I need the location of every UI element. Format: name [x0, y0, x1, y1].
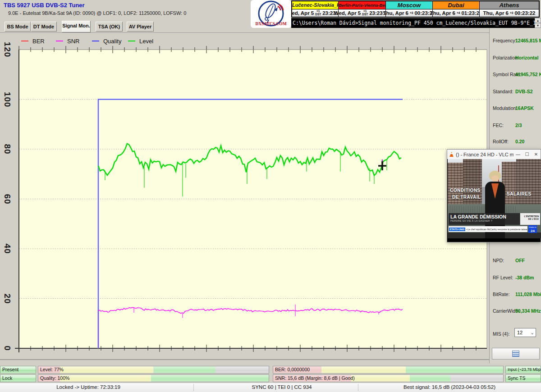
clock-city: Dubai: [433, 1, 479, 9]
panel-row: NPD:OFF: [490, 258, 541, 265]
quality-bar-label: Quality: 100%: [40, 375, 69, 382]
panel-row: RollOff:0.20: [490, 139, 541, 146]
transponder-subtitle: 9.0E - Eutelsat 9B/Ka-Sat 9A (ID: 0090) …: [8, 10, 186, 16]
status-bar: Locked -> Uptime: 72:33:19 SYNC 60 | TEI…: [0, 383, 541, 392]
y-axis-label: 0: [2, 346, 12, 351]
scroll-down-icon[interactable]: ▼: [535, 23, 541, 28]
show-badge: L'ENTRETIEN DE L'ÉCO: [520, 213, 540, 225]
clock-hms: 01:23:22: [461, 10, 482, 16]
signal-chart[interactable]: [0, 34, 489, 361]
world-clocks: Lučenec-Slovakia_R.Dávid Wed, Apr 5 +1DS…: [291, 0, 540, 18]
tab-tsa[interactable]: TSA (OK): [96, 22, 123, 32]
news-ticker: ÉTATS-UNIS • Le chef républicain McCarth…: [449, 226, 527, 232]
best-signal-status: Best signal: 16,5 dB (2023-04-03 05:52): [403, 384, 495, 390]
vlc-window-title: () - France 24 HD - VLC medi...: [456, 152, 513, 157]
clock-berlin: Berlin-Paris-Vienna-Belgrade Wed, Apr 5 …: [339, 1, 386, 17]
clock-city: Berlin-Paris-Vienna-Belgrade: [339, 1, 385, 9]
news-banner: LA GRANDE DÉMISSION PERDRE SA VIE À LA G…: [449, 213, 520, 225]
mis-label: MIS (4):: [493, 331, 509, 337]
divider: [193, 384, 194, 391]
divider: [358, 384, 358, 391]
clock-moscow: Moscow Thu, Apr 6 +3 00:23:22: [386, 1, 433, 17]
clock-date: Thu, Apr 6: [430, 10, 455, 16]
panel-row: Frequency:12465,815 MHz: [490, 38, 541, 45]
ber-bar-label: BER: 0,0000000: [275, 366, 310, 373]
clock-athens: Athens Thu, Apr 6 +3 00:23:22: [480, 1, 539, 17]
vlc-cone-icon: [449, 152, 454, 157]
y-axis-label: 120: [2, 42, 12, 58]
signal-chart-plot[interactable]: [0, 34, 489, 361]
snr-bar: SNR: 15,6 dB (Margin: 8,6 dB | Good): [273, 374, 504, 382]
app-title: TBS 5927 USB DVB-S2 Tuner: [4, 2, 85, 9]
clock-hms: 00:23:22: [514, 10, 535, 16]
ticker-category: ÉTATS-UNIS: [449, 228, 465, 231]
quality-bar: Quality: 100%: [38, 374, 269, 382]
tab-bs-mode[interactable]: BS Mode: [5, 22, 31, 32]
uptime-status: Locked -> Uptime: 72:33:19: [56, 384, 120, 390]
minimize-button[interactable]: —: [513, 152, 523, 157]
tab-divider: [0, 32, 489, 33]
france24-logo: FRANCE 24: [528, 225, 537, 233]
input-rate-indicator: Input (~23,78 Mbps): [505, 366, 541, 374]
panel-row: RF Level:-38 dBm: [490, 275, 541, 282]
mis-dropdown[interactable]: 12 ⌄: [514, 328, 536, 337]
sync-ts-indicator: Sync TS: [505, 374, 541, 382]
panel-row: Polarization:Horizontal: [490, 55, 541, 62]
panel-row: CarrierWidth:50,334 MHz: [490, 308, 541, 315]
y-axis-label: 40: [2, 243, 12, 254]
clock-city: Athens: [480, 1, 539, 9]
scroll-up-icon[interactable]: ▲: [535, 18, 541, 23]
panel-row: Standard:DVB-S2: [490, 89, 541, 96]
command-prompt[interactable]: C:\Users\Roman Dávid>Signal monitoring_P…: [291, 18, 535, 28]
ber-bar: BER: 0,0000000: [273, 366, 504, 374]
command-scrollbar: ▲ ▼: [535, 18, 541, 28]
maximize-button[interactable]: ☐: [523, 152, 532, 157]
caption-salaires: SALAIRES: [507, 191, 532, 196]
signal-monitor-app: TBS 5927 USB DVB-S2 Tuner 9.0E - Eutelsa…: [0, 0, 541, 392]
y-axis-label: 100: [2, 91, 12, 107]
satellite-dish-icon: DXSATCS.COM: [251, 0, 291, 28]
y-axis-label: 60: [2, 194, 12, 204]
stream-list-button[interactable]: [492, 348, 540, 360]
vlc-video-area[interactable]: CONDITIONS DE TRAVAIL SALAIRES LA GRANDE…: [448, 159, 541, 238]
snr-bar-label: SNR: 15,6 dB (Margin: 8,6 dB | Good): [275, 375, 355, 382]
panel-row: Symbol Rate:41945,752 KS/s: [490, 72, 541, 79]
y-axis-label: 20: [2, 293, 12, 304]
clock-city: Moscow: [386, 1, 432, 9]
present-indicator: Present: [0, 366, 36, 374]
tab-signal-mon[interactable]: Signal Mon.: [62, 21, 91, 32]
clock-date: Thu, Apr 6: [483, 10, 509, 16]
panel-row: Modulation:16APSK: [490, 105, 541, 113]
clock-date: Wed, Apr 5: [334, 10, 361, 16]
divider: [0, 359, 541, 360]
vlc-titlebar[interactable]: () - France 24 HD - VLC medi... — ☐ ✕: [447, 150, 541, 159]
caption-travail: DE TRAVAIL: [452, 195, 481, 200]
clock-date: Thu, Apr 6: [383, 10, 408, 16]
title-block: TBS 5927 USB DVB-S2 Tuner 9.0E - Eutelsa…: [0, 0, 251, 20]
close-button[interactable]: ✕: [532, 152, 541, 157]
dxsatcs-logo: DXSATCS.COM: [251, 0, 291, 28]
level-bar-label: Level: 77%: [40, 366, 64, 373]
svg-text:DXSATCS.COM: DXSATCS.COM: [255, 22, 286, 26]
list-icon: [512, 351, 519, 357]
vlc-window[interactable]: () - France 24 HD - VLC medi... — ☐ ✕ CO…: [447, 149, 541, 242]
clock-lucenec: Lučenec-Slovakia_R.Dávid Wed, Apr 5 +1DS…: [292, 1, 339, 17]
y-axis-label: 80: [2, 144, 12, 154]
clock-dubai: Dubai Thu, Apr 6 +4 01:23:22: [433, 1, 480, 17]
sync-tei-cc-status: SYNC 60 | TEI 0 | CC 934: [252, 384, 312, 390]
caption-conditions: CONDITIONS: [450, 188, 481, 193]
chevron-down-icon: ⌄: [531, 329, 534, 337]
panel-row: BitRate:111,028 Mbit/s: [490, 292, 541, 299]
panel-row: FEC:2/3: [490, 123, 541, 130]
clock-city: Lučenec-Slovakia_R.Dávid: [292, 1, 338, 9]
level-bar: Level: 77%: [38, 366, 269, 374]
lock-indicator: Lock: [0, 374, 36, 382]
tab-dt-mode[interactable]: DT Mode: [31, 22, 57, 32]
tab-av-player[interactable]: AV Player: [127, 22, 154, 32]
